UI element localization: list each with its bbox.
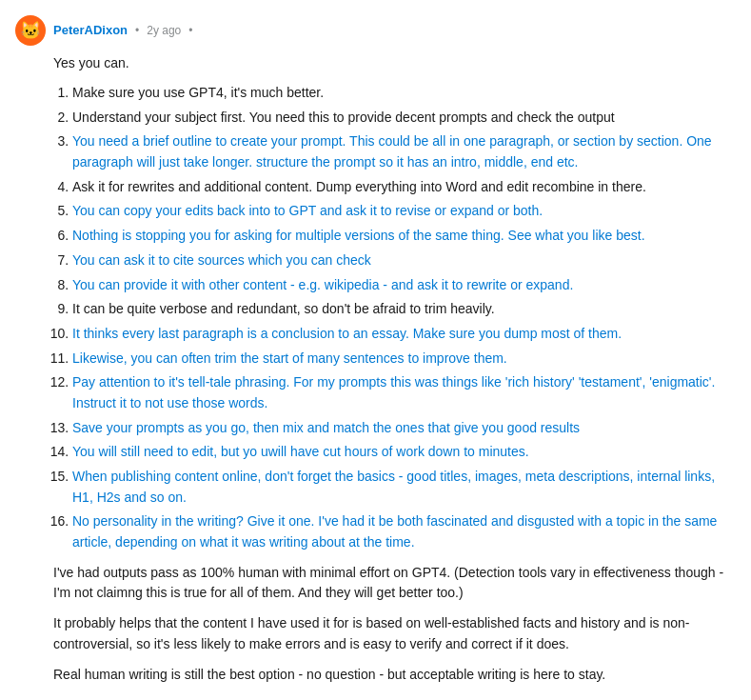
list-item: You can copy your edits back into to GPT…: [72, 201, 736, 222]
numbered-list: Make sure you use GPT4, it's much better…: [72, 83, 736, 553]
list-item: It thinks every last paragraph is a conc…: [72, 324, 736, 345]
outro-text-3: Real human writing is still the best opt…: [53, 665, 736, 686]
list-item: It can be quite verbose and redundant, s…: [72, 299, 736, 320]
avatar: 🐱: [15, 15, 46, 46]
timestamp: 2y ago: [147, 22, 181, 39]
list-item: You will still need to edit, but yo uwil…: [72, 442, 736, 463]
reply-button[interactable]: Reply: [153, 695, 219, 700]
list-item: You can provide it with other content - …: [72, 275, 736, 296]
list-item: Make sure you use GPT4, it's much better…: [72, 83, 736, 104]
comment-container: 🐱 PeterADixon • 2y ago • Yes you can. Ma…: [0, 0, 751, 700]
list-item: When publishing content online, don't fo…: [72, 467, 736, 508]
list-item: No personality in the writing? Give it o…: [72, 511, 736, 552]
list-item: Pay attention to it's tell-tale phrasing…: [72, 372, 736, 413]
award-button[interactable]: Award: [223, 695, 291, 700]
username[interactable]: PeterADixon: [53, 21, 128, 40]
comment-body: Yes you can. Make sure you use GPT4, it'…: [53, 53, 736, 685]
list-item: Nothing is stopping you for asking for m…: [72, 226, 736, 247]
outro-text-2: It probably helps that the content I hav…: [53, 613, 736, 654]
share-button[interactable]: Share: [296, 695, 362, 700]
more-options-button[interactable]: ...: [366, 694, 397, 700]
dot-separator2: •: [188, 22, 192, 39]
list-item: Understand your subject first. You need …: [72, 108, 736, 129]
comment-header: 🐱 PeterADixon • 2y ago •: [15, 15, 736, 46]
list-item: Likewise, you can often trim the start o…: [72, 349, 736, 370]
list-item: You need a brief outline to create your …: [72, 131, 736, 172]
dot-separator: •: [135, 22, 139, 39]
list-item: You can ask it to cite sources which you…: [72, 250, 736, 271]
list-item: Save your prompts as you go, then mix an…: [72, 418, 736, 439]
action-bar: 10 Reply Award Shar: [49, 694, 736, 700]
outro-text-1: I've had outputs pass as 100% human with…: [53, 563, 736, 604]
intro-text: Yes you can.: [53, 53, 736, 73]
list-item: Ask it for rewrites and additional conte…: [72, 177, 736, 198]
